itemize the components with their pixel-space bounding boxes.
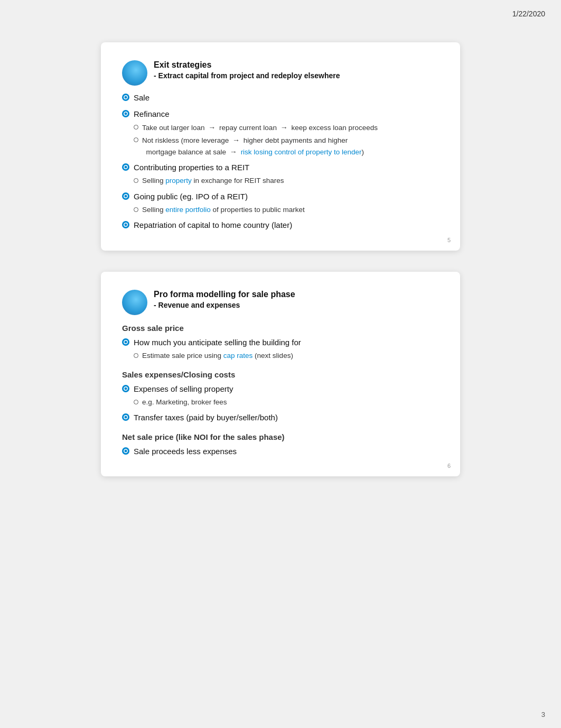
radio-dot-icon: [122, 163, 129, 171]
bullet-refinance: Refinance: [122, 108, 439, 121]
slide-1-header: Exit strategies - Extract capital from p…: [122, 59, 439, 86]
slide-2-subtitle: - Revenue and expenses: [154, 300, 295, 311]
sub-bullet-reit-1: Selling property in exchange for REIT sh…: [134, 176, 439, 186]
bullet-sale-text: Sale: [134, 92, 149, 104]
bullet-expenses-2: Transfer taxes (paid by buyer/seller/bot…: [122, 412, 439, 424]
bullet-expenses-1-text: Expenses of selling property: [134, 383, 233, 395]
link-cap-rates: cap rates: [223, 352, 253, 360]
radio-dot-icon: [122, 221, 129, 228]
slide-2-title: Pro forma modelling for sale phase: [154, 289, 295, 300]
bullet-gross-1-text: How much you anticipate selling the buil…: [134, 337, 301, 349]
bullet-expenses-2-text: Transfer taxes (paid by buyer/seller/bot…: [134, 412, 278, 424]
sub-bullet-ipo-1: Selling entire portfolio of properties t…: [134, 205, 439, 215]
page-number: 3: [541, 711, 545, 718]
bullet-repatriation-text: Repatriation of capital to home country …: [134, 219, 292, 232]
sub-bullet-refinance-2-text: Not riskless (more leverage → higher deb…: [142, 135, 364, 158]
gross-sub-bullets: Estimate sale price using cap rates (nex…: [134, 351, 439, 361]
circle-icon: [134, 400, 138, 404]
radio-dot-icon: [122, 192, 129, 200]
circle-icon: [134, 137, 138, 142]
bullet-ipo: Going public (eg. IPO of a REIT): [122, 191, 439, 203]
radio-dot-icon: [122, 447, 129, 455]
date-label: 1/22/2020: [512, 10, 545, 18]
refinance-sub-bullets: Take out larger loan → repay current loa…: [134, 122, 439, 158]
sub-bullet-expenses-1: e.g. Marketing, broker fees: [134, 397, 439, 408]
slide-1-title: Exit strategies: [154, 59, 340, 71]
bullet-net-1: Sale proceeds less expenses: [122, 446, 439, 458]
sub-bullet-refinance-1: Take out larger loan → repay current loa…: [134, 122, 439, 133]
section-heading-gross: Gross sale price: [122, 324, 439, 333]
bullet-net-1-text: Sale proceeds less expenses: [134, 446, 237, 458]
radio-dot-icon: [122, 413, 129, 421]
circle-icon: [134, 178, 138, 183]
radio-dot-icon: [122, 385, 129, 392]
sub-bullet-gross-1: Estimate sale price using cap rates (nex…: [134, 351, 439, 361]
blob-icon-2: [122, 290, 147, 315]
bullet-ipo-text: Going public (eg. IPO of a REIT): [134, 191, 248, 203]
circle-icon: [134, 207, 138, 212]
sub-bullet-expenses-1-text: e.g. Marketing, broker fees: [142, 397, 227, 408]
radio-dot-icon: [122, 110, 129, 117]
sub-bullet-refinance-1-text: Take out larger loan → repay current loa…: [142, 122, 378, 133]
sub-bullet-ipo-1-text: Selling entire portfolio of properties t…: [142, 205, 305, 215]
slide-1-header-text: Exit strategies - Extract capital from p…: [154, 59, 340, 81]
radio-dot-icon: [122, 338, 129, 346]
bullet-repatriation: Repatriation of capital to home country …: [122, 219, 439, 232]
slide-1-content: Sale Refinance Take out larger loan → re…: [122, 92, 439, 232]
link-entire-portfolio: entire portfolio: [165, 206, 211, 214]
slide-number-2: 6: [447, 463, 451, 469]
bullet-reit: Contributing properties to a REIT: [122, 162, 439, 174]
sub-bullet-gross-1-text: Estimate sale price using cap rates (nex…: [142, 351, 293, 361]
slide-2-header: Pro forma modelling for sale phase - Rev…: [122, 289, 439, 315]
bullet-reit-text: Contributing properties to a REIT: [134, 162, 249, 174]
link-property: property: [165, 177, 192, 185]
blob-icon: [122, 60, 147, 86]
ipo-sub-bullets: Selling entire portfolio of properties t…: [134, 205, 439, 215]
slide-2: Pro forma modelling for sale phase - Rev…: [101, 272, 460, 477]
slide-2-content: Gross sale price How much you anticipate…: [122, 324, 439, 458]
radio-dot-icon: [122, 94, 129, 101]
expenses-sub-bullets: e.g. Marketing, broker fees: [134, 397, 439, 408]
slide-1-subtitle: - Extract capital from project and redep…: [154, 71, 340, 81]
circle-icon: [134, 353, 138, 358]
section-heading-expenses: Sales expenses/Closing costs: [122, 370, 439, 379]
bullet-refinance-text: Refinance: [134, 108, 170, 121]
circle-icon: [134, 125, 138, 130]
slide-2-header-text: Pro forma modelling for sale phase - Rev…: [154, 289, 295, 311]
sub-bullet-refinance-2: Not riskless (more leverage → higher deb…: [134, 135, 439, 158]
slide-number-1: 5: [447, 237, 451, 243]
bullet-sale: Sale: [122, 92, 439, 104]
sub-bullet-reit-1-text: Selling property in exchange for REIT sh…: [142, 176, 284, 186]
bullet-expenses-1: Expenses of selling property: [122, 383, 439, 395]
link-risk: risk losing control of property to lende…: [241, 148, 362, 156]
slide-1: Exit strategies - Extract capital from p…: [101, 42, 460, 251]
bullet-gross-1: How much you anticipate selling the buil…: [122, 337, 439, 349]
section-heading-net: Net sale price (like NOI for the sales p…: [122, 432, 439, 441]
reit-sub-bullets: Selling property in exchange for REIT sh…: [134, 176, 439, 186]
